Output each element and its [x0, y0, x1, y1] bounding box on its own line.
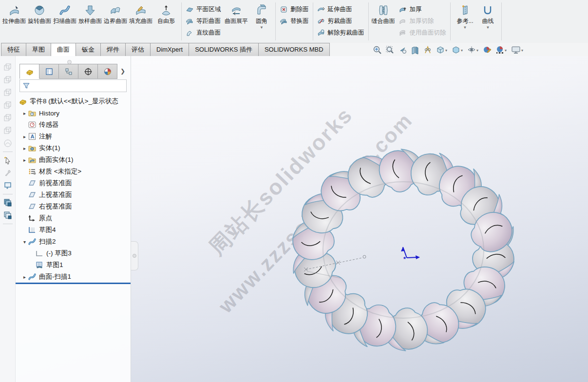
replace-face-button[interactable]: 替换面 — [278, 16, 310, 26]
edit-appearance-icon[interactable] — [483, 45, 492, 55]
tab-feature-manager[interactable] — [19, 64, 39, 79]
collapse-arrow[interactable]: ▾ — [21, 239, 28, 245]
lofted-surface-button[interactable]: 放样曲面 — [77, 1, 103, 24]
previous-view-icon[interactable] — [398, 45, 407, 55]
tree-item-origin[interactable]: 原点 — [16, 212, 131, 224]
cube-2-icon[interactable] — [3, 76, 12, 84]
tree-item-right-plane[interactable]: 右视基准面 — [16, 201, 131, 212]
tree-item-sketch4[interactable]: 草图4 — [16, 224, 131, 236]
tree-item-material[interactable]: 材质 <未指定> — [16, 166, 131, 177]
planar-surface-button[interactable]: 平面区域 — [184, 4, 222, 15]
tree-root-part[interactable]: 零件8 (默认<<默认>_显示状态 — [16, 96, 131, 107]
boundary-surface-button[interactable]: 边界曲面 — [103, 1, 128, 24]
annotation-view-icon[interactable] — [423, 45, 433, 55]
section-view-icon[interactable] — [411, 45, 420, 55]
knit-surface-icon — [371, 3, 396, 18]
hide-show-items-icon[interactable]: ▾ — [467, 45, 479, 55]
tree-item-front-plane[interactable]: 前视基准面 — [16, 177, 131, 189]
tree-filter-box[interactable] — [19, 79, 127, 92]
rollback-bar[interactable] — [16, 283, 131, 284]
ribbon-separator — [275, 2, 276, 40]
ruled-surface-button[interactable]: 直纹曲面 — [184, 27, 222, 38]
panel-tab-bar: ❯ — [19, 64, 128, 78]
display-pane-icon[interactable] — [3, 181, 12, 190]
tab-configuration-manager[interactable] — [59, 64, 78, 79]
cut-with-surface-button[interactable]: 使用曲面切除 — [398, 27, 448, 38]
zoom-to-fit-icon[interactable] — [373, 45, 382, 55]
curves-dropdown-caret[interactable]: ▼ — [477, 25, 499, 30]
tab-dimxpert[interactable]: DimXpert — [151, 43, 189, 57]
tab-sheet-metal[interactable]: 钣金 — [76, 43, 101, 57]
untrim-surface-button[interactable]: 解除剪裁曲面 — [316, 27, 366, 38]
history-folder-icon — [28, 109, 37, 117]
fillet-button[interactable]: 圆角 ▼ — [250, 1, 273, 30]
apply-scene-icon[interactable]: ▾ — [495, 45, 508, 55]
tab-sketch[interactable]: 草图 — [26, 43, 51, 57]
tree-item-sweep2[interactable]: ▾ 扫描2 — [16, 236, 131, 248]
expand-arrow[interactable]: ▸ — [21, 146, 28, 151]
tab-dimxpert-manager[interactable] — [78, 64, 98, 79]
swept-surface-button[interactable]: 扫描曲面 — [52, 1, 77, 24]
cube-4-icon[interactable] — [3, 101, 12, 110]
flatten-surface-button[interactable]: 曲面展平 — [222, 1, 250, 24]
expand-arrow[interactable]: ▸ — [21, 111, 28, 116]
tab-evaluate[interactable]: 评估 — [126, 43, 151, 57]
tree-item-label: 右视基准面 — [39, 202, 72, 211]
layers-front-icon[interactable] — [3, 198, 12, 207]
panel-splitter-handle[interactable] — [131, 241, 138, 270]
expand-arrow[interactable]: ▸ — [21, 134, 28, 139]
zoom-to-area-icon[interactable] — [385, 45, 395, 55]
delete-face-button[interactable]: 删除面 — [278, 4, 310, 15]
view-orientation-icon[interactable]: ▾ — [436, 45, 448, 55]
tree-item-solid-bodies[interactable]: ▸ 实体(1) — [16, 142, 131, 154]
expand-arrow[interactable]: ▸ — [21, 157, 28, 163]
expand-arrow[interactable]: ▸ — [21, 274, 28, 280]
tree-item-surface-sweep1[interactable]: ▸ 曲面-扫描1 — [16, 271, 131, 283]
tab-solidworks-mbd[interactable]: SOLIDWORKS MBD — [259, 43, 330, 57]
panel-tab-overflow-chevron[interactable]: ❯ — [117, 64, 128, 78]
tab-surfaces[interactable]: 曲面 — [51, 43, 76, 57]
thicken-icon — [399, 5, 407, 14]
tree-item-sketch3[interactable]: (-) 草图3 — [16, 248, 131, 259]
tab-property-manager[interactable] — [39, 64, 59, 79]
tree-item-history[interactable]: ▸ History — [16, 107, 131, 119]
tab-weldments[interactable]: 焊件 — [101, 43, 126, 57]
cube-sketch-icon[interactable] — [3, 139, 12, 148]
planar-group: 平面区域 等距曲面 直纹曲面 曲面展平 圆角 ▼ — [183, 0, 274, 43]
tab-solidworks-addins[interactable]: SOLIDWORKS 插件 — [189, 43, 259, 57]
reference-geometry-button[interactable]: 参考... ▼ — [453, 1, 477, 30]
thicken-button[interactable]: 加厚 — [398, 4, 448, 15]
offset-surface-button[interactable]: 等距曲面 — [184, 16, 222, 26]
revolved-surface-button[interactable]: 旋转曲面 — [27, 1, 52, 24]
filled-surface-button[interactable]: 填充曲面 — [128, 1, 153, 24]
tree-item-label: 注解 — [39, 132, 52, 141]
replace-face-icon — [280, 17, 288, 25]
extruded-surface-button[interactable]: 拉伸曲面 — [1, 1, 27, 24]
select-cursor-icon[interactable] — [3, 156, 12, 165]
cube-5-icon[interactable] — [3, 114, 12, 122]
tree-item-top-plane[interactable]: 上视基准面 — [16, 189, 131, 201]
reference-group: 参考... ▼ 曲线 ▼ — [452, 0, 500, 43]
tree-item-sketch1[interactable]: 草图1 — [16, 259, 131, 271]
freeform-button[interactable]: 自由形 — [153, 1, 179, 24]
tab-display-manager[interactable] — [98, 64, 117, 79]
tree-item-surface-bodies[interactable]: ▸ 曲面实体(1) — [16, 154, 131, 166]
layers-back-icon[interactable] — [3, 211, 12, 220]
sensors-icon — [28, 120, 37, 129]
extend-surface-button[interactable]: 延伸曲面 — [316, 4, 366, 15]
tree-item-annotations[interactable]: ▸ A 注解 — [16, 131, 131, 142]
tree-item-sensors[interactable]: 传感器 — [16, 119, 131, 131]
view-settings-icon[interactable]: ▾ — [511, 45, 524, 55]
cube-1-icon[interactable] — [3, 63, 12, 72]
fillet-dropdown-caret[interactable]: ▼ — [250, 25, 273, 30]
display-style-icon[interactable]: ▾ — [452, 45, 464, 55]
cube-6-icon[interactable] — [3, 126, 12, 135]
wrench-icon[interactable] — [3, 169, 12, 177]
cube-3-icon[interactable] — [3, 88, 12, 97]
knit-surface-button[interactable]: 缝合曲面 — [371, 1, 396, 24]
trim-surface-button[interactable]: 剪裁曲面 — [316, 16, 366, 26]
curves-button[interactable]: 曲线 ▼ — [477, 1, 499, 30]
tab-features[interactable]: 特征 — [1, 43, 26, 57]
reference-dropdown-caret[interactable]: ▼ — [453, 25, 477, 30]
thickened-cut-button[interactable]: 加厚切除 — [398, 16, 448, 26]
